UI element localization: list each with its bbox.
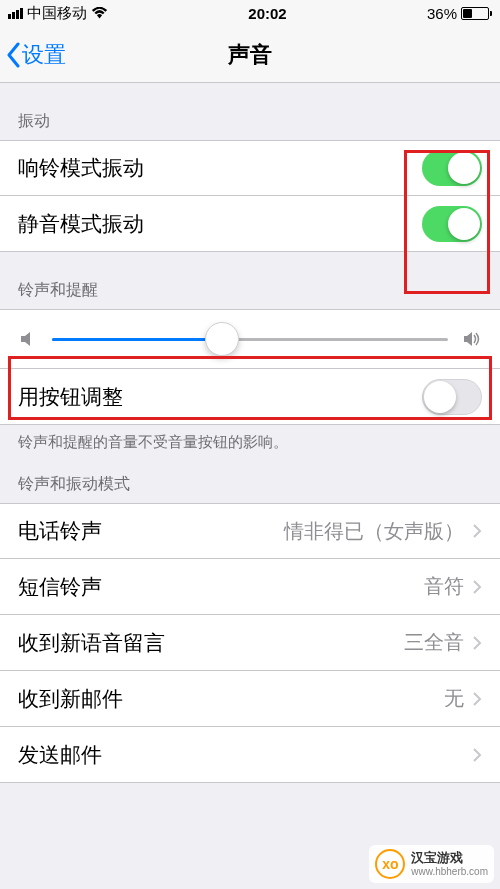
chevron-right-icon bbox=[472, 635, 482, 651]
row-new-mail[interactable]: 收到新邮件 无 bbox=[0, 671, 500, 727]
row-button-adjust[interactable]: 用按钮调整 bbox=[0, 369, 500, 425]
back-button[interactable]: 设置 bbox=[0, 40, 66, 70]
row-sent-mail[interactable]: 发送邮件 bbox=[0, 727, 500, 783]
row-label: 响铃模式振动 bbox=[18, 154, 422, 182]
toggle-ring-vibrate[interactable] bbox=[422, 150, 482, 186]
nav-bar: 设置 声音 bbox=[0, 27, 500, 83]
battery-percent: 36% bbox=[427, 5, 457, 22]
status-right: 36% bbox=[427, 5, 492, 22]
watermark: xo 汉宝游戏 www.hbherb.com bbox=[369, 845, 494, 883]
watermark-logo-icon: xo bbox=[375, 849, 405, 879]
section-header-ring-alert: 铃声和提醒 bbox=[0, 252, 500, 309]
chevron-left-icon bbox=[6, 42, 22, 68]
page-title: 声音 bbox=[0, 40, 500, 70]
chevron-right-icon bbox=[472, 523, 482, 539]
row-text-tone[interactable]: 短信铃声 音符 bbox=[0, 559, 500, 615]
row-value: 无 bbox=[444, 685, 464, 712]
row-label: 发送邮件 bbox=[18, 741, 464, 769]
wifi-icon bbox=[91, 7, 108, 20]
speaker-low-icon bbox=[18, 329, 38, 349]
speaker-high-icon bbox=[462, 329, 482, 349]
row-label: 收到新邮件 bbox=[18, 685, 444, 713]
row-ring-vibrate[interactable]: 响铃模式振动 bbox=[0, 140, 500, 196]
status-bar: 中国移动 20:02 36% bbox=[0, 0, 500, 27]
chevron-right-icon bbox=[472, 691, 482, 707]
row-label: 短信铃声 bbox=[18, 573, 424, 601]
status-time: 20:02 bbox=[248, 5, 286, 22]
toggle-silent-vibrate[interactable] bbox=[422, 206, 482, 242]
status-left: 中国移动 bbox=[8, 4, 108, 23]
row-label: 用按钮调整 bbox=[18, 383, 422, 411]
chevron-right-icon bbox=[472, 747, 482, 763]
row-label: 电话铃声 bbox=[18, 517, 284, 545]
row-phone-ringtone[interactable]: 电话铃声 情非得已（女声版） bbox=[0, 503, 500, 559]
row-value: 音符 bbox=[424, 573, 464, 600]
toggle-button-adjust[interactable] bbox=[422, 379, 482, 415]
row-volume-slider[interactable] bbox=[0, 309, 500, 369]
row-value: 情非得已（女声版） bbox=[284, 518, 464, 545]
back-label: 设置 bbox=[22, 40, 66, 70]
section-header-patterns: 铃声和振动模式 bbox=[0, 456, 500, 503]
watermark-url: www.hbherb.com bbox=[411, 866, 488, 877]
volume-slider[interactable] bbox=[52, 338, 448, 341]
section-footer-ring-alert: 铃声和提醒的音量不受音量按钮的影响。 bbox=[0, 425, 500, 456]
battery-icon bbox=[461, 7, 492, 20]
row-value: 三全音 bbox=[404, 629, 464, 656]
row-label: 收到新语音留言 bbox=[18, 629, 404, 657]
row-silent-vibrate[interactable]: 静音模式振动 bbox=[0, 196, 500, 252]
signal-icon bbox=[8, 8, 23, 19]
chevron-right-icon bbox=[472, 579, 482, 595]
section-header-vibration: 振动 bbox=[0, 83, 500, 140]
row-label: 静音模式振动 bbox=[18, 210, 422, 238]
carrier-label: 中国移动 bbox=[27, 4, 87, 23]
row-new-voicemail[interactable]: 收到新语音留言 三全音 bbox=[0, 615, 500, 671]
watermark-title: 汉宝游戏 bbox=[411, 851, 488, 865]
